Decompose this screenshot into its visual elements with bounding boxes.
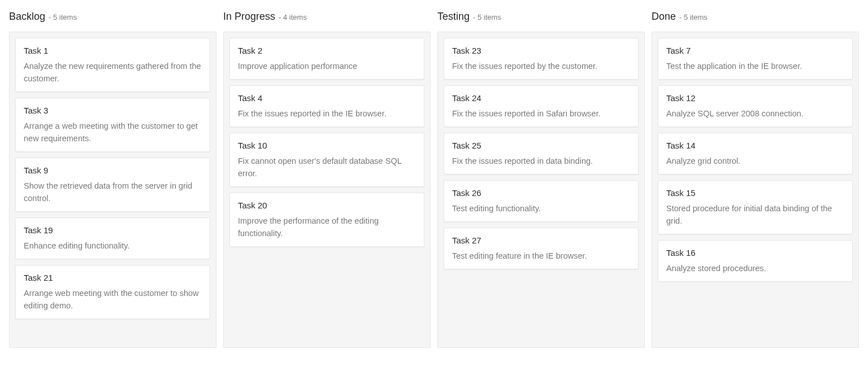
card-desc: Fix the issues reported in the IE browse… (238, 107, 416, 120)
card[interactable]: Task 3 Arrange a web meeting with the cu… (15, 98, 210, 152)
card-desc: Analyze grid control. (666, 155, 844, 167)
card-desc: Improve the performance of the editing f… (238, 215, 416, 239)
card[interactable]: Task 14 Analyze grid control. (658, 133, 853, 175)
card-desc: Arrange web meeting with the customer to… (24, 287, 202, 312)
card-desc: Analyze SQL server 2008 connection. (666, 107, 844, 120)
card-title: Task 14 (666, 140, 844, 151)
card[interactable]: Task 16 Analyze stored procedures. (658, 240, 853, 282)
column-title: In Progress (223, 10, 275, 23)
column-header: In Progress - 4 items (223, 0, 431, 32)
column-dropzone[interactable]: Task 7 Test the application in the IE br… (652, 32, 859, 348)
card[interactable]: Task 25 Fix the issues reported in data … (444, 133, 639, 175)
column-title: Backlog (9, 10, 45, 23)
card-desc: Analyze stored procedures. (666, 262, 844, 274)
card-title: Task 27 (452, 235, 630, 246)
card-desc: Stored procedure for initial data bindin… (666, 202, 844, 227)
card-title: Task 15 (666, 188, 844, 199)
card[interactable]: Task 15 Stored procedure for initial dat… (658, 180, 853, 234)
card-title: Task 21 (24, 272, 202, 284)
card[interactable]: Task 10 Fix cannot open user's default d… (229, 133, 424, 187)
card-title: Task 16 (666, 247, 844, 259)
card-desc: Fix cannot open user's default database … (238, 155, 416, 180)
column-count: - 5 items (473, 11, 501, 24)
card-title: Task 23 (452, 45, 630, 56)
card-title: Task 7 (666, 45, 844, 56)
card-title: Task 20 (238, 200, 416, 211)
column-dropzone[interactable]: Task 23 Fix the issues reported by the c… (437, 32, 645, 348)
card-desc: Test editing feature in the IE browser. (452, 250, 630, 262)
card[interactable]: Task 27 Test editing feature in the IE b… (444, 228, 639, 269)
card[interactable]: Task 20 Improve the performance of the e… (229, 193, 424, 247)
card-desc: Arrange a web meeting with the customer … (24, 120, 202, 145)
column-testing: Testing - 5 items Task 23 Fix the issues… (437, 0, 645, 348)
card-title: Task 19 (24, 225, 202, 236)
card[interactable]: Task 7 Test the application in the IE br… (658, 38, 853, 80)
card-desc: Test editing functionality. (452, 202, 630, 215)
card-title: Task 25 (452, 140, 630, 151)
column-count: - 4 items (279, 11, 307, 24)
card[interactable]: Task 19 Enhance editing functionality. (15, 217, 210, 259)
column-done: Done - 5 items Task 7 Test the applicati… (652, 0, 859, 348)
card-desc: Fix the issues reported in data binding. (452, 155, 630, 167)
card-desc: Improve application performance (238, 60, 416, 72)
card[interactable]: Task 4 Fix the issues reported in the IE… (229, 85, 424, 127)
card-desc: Fix the issues reported in Safari browse… (452, 107, 630, 120)
card[interactable]: Task 26 Test editing functionality. (444, 180, 639, 222)
card-title: Task 3 (24, 105, 202, 116)
column-dropzone[interactable]: Task 1 Analyze the new requirements gath… (9, 32, 216, 348)
card-desc: Fix the issues reported by the customer. (452, 60, 630, 72)
column-title: Done (652, 10, 676, 23)
card[interactable]: Task 2 Improve application performance (229, 38, 424, 80)
column-title: Testing (437, 10, 470, 23)
card-desc: Analyze the new requirements gathered fr… (24, 60, 202, 85)
card-title: Task 10 (238, 140, 416, 151)
card-title: Task 9 (24, 165, 202, 176)
card-title: Task 24 (452, 93, 630, 104)
card-title: Task 4 (238, 93, 416, 104)
column-count: - 5 items (679, 11, 708, 24)
card-title: Task 1 (24, 45, 202, 56)
card[interactable]: Task 24 Fix the issues reported in Safar… (444, 85, 639, 127)
card[interactable]: Task 21 Arrange web meeting with the cus… (15, 265, 210, 319)
column-header: Testing - 5 items (437, 0, 645, 32)
card-title: Task 26 (452, 188, 630, 199)
card-title: Task 12 (666, 93, 844, 104)
kanban-board: Backlog - 5 items Task 1 Analyze the new… (9, 0, 859, 348)
column-header: Done - 5 items (652, 0, 859, 32)
card[interactable]: Task 9 Show the retrieved data from the … (15, 158, 210, 212)
card-desc: Show the retrieved data from the server … (24, 180, 202, 204)
card[interactable]: Task 12 Analyze SQL server 2008 connecti… (658, 85, 853, 127)
card[interactable]: Task 1 Analyze the new requirements gath… (15, 38, 210, 92)
card-desc: Enhance editing functionality. (24, 239, 202, 252)
card-desc: Test the application in the IE browser. (666, 60, 844, 72)
column-in-progress: In Progress - 4 items Task 2 Improve app… (223, 0, 431, 348)
column-backlog: Backlog - 5 items Task 1 Analyze the new… (9, 0, 216, 348)
column-dropzone[interactable]: Task 2 Improve application performance T… (223, 32, 431, 348)
column-count: - 5 items (49, 11, 77, 24)
column-header: Backlog - 5 items (9, 0, 216, 32)
card[interactable]: Task 23 Fix the issues reported by the c… (444, 38, 639, 80)
card-title: Task 2 (238, 45, 416, 56)
